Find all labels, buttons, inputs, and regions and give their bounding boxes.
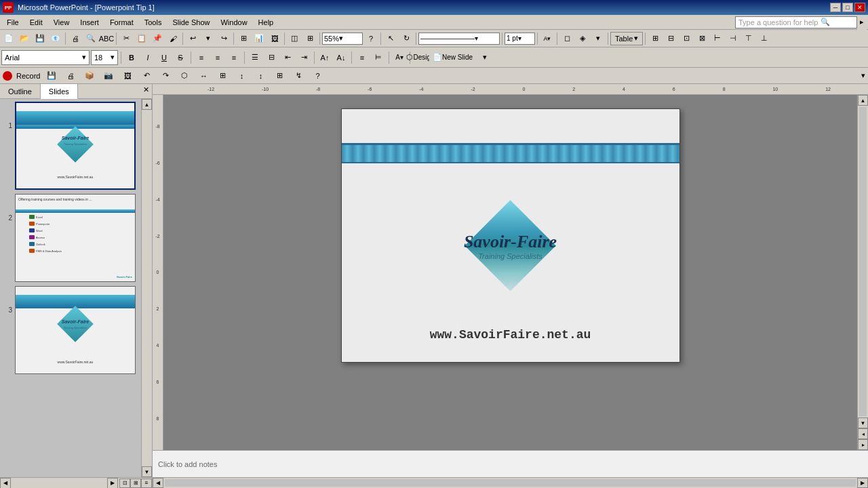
vscroll-prev-slide[interactable]: ◂ xyxy=(858,428,868,439)
scroll-left-btn[interactable]: ◀ xyxy=(0,478,11,489)
menu-view[interactable]: View xyxy=(48,16,75,29)
font-size-selector[interactable]: 18 ▾ xyxy=(91,50,118,65)
align-left-button[interactable]: ≡ xyxy=(194,50,209,65)
numbering-button[interactable]: ⊟ xyxy=(264,50,279,65)
panel-hscroll[interactable]: ◀ ▶ ⊡ ⊞ ≡ xyxy=(0,477,152,488)
print-button[interactable]: 🖨 xyxy=(68,31,83,46)
effects-arrow[interactable]: ▾ xyxy=(591,31,606,46)
menu-file[interactable]: File xyxy=(1,16,24,29)
insert-table[interactable]: ⊞ xyxy=(236,31,251,46)
bold-button[interactable]: B xyxy=(124,50,139,65)
menu-format[interactable]: Format xyxy=(104,16,139,29)
slide-item-3[interactable]: 3 Savoir-Faire Training Specialists www.… xyxy=(3,286,138,374)
copy-button[interactable]: 📋 xyxy=(134,31,149,46)
slide-thumb-2[interactable]: Offering training courses and training v… xyxy=(15,194,136,282)
insert-chart[interactable]: 📊 xyxy=(252,31,267,46)
vscroll-up[interactable]: ▲ xyxy=(858,95,868,106)
rec-btn9[interactable]: ↔ xyxy=(196,68,211,83)
new-button[interactable]: 📄 xyxy=(1,31,16,46)
font-color-button[interactable]: A▾ xyxy=(392,50,407,65)
main-vscrollbar[interactable]: ▲ ▼ ◂ ▸ xyxy=(857,95,868,450)
select-arrow[interactable]: ↖ xyxy=(383,31,398,46)
slide-thumb-3[interactable]: Savoir-Faire Training Specialists www.Sa… xyxy=(15,286,136,374)
redo-button[interactable]: ↪ xyxy=(216,31,231,46)
hscroll-left[interactable]: ◀ xyxy=(153,478,163,488)
paste-button[interactable]: 📌 xyxy=(150,31,165,46)
italic-button[interactable]: I xyxy=(140,50,155,65)
rec-btn1[interactable]: 💾 xyxy=(44,68,59,83)
undo-button[interactable]: ↩ xyxy=(185,31,200,46)
hscroll-thumb[interactable] xyxy=(165,479,856,487)
grid-btn[interactable]: ⊞ xyxy=(302,31,317,46)
outline-view-btn[interactable]: ≡ xyxy=(141,479,152,488)
menu-tools[interactable]: Tools xyxy=(139,16,167,29)
tbl-btn7[interactable]: ⊤ xyxy=(741,31,756,46)
tab-slides[interactable]: Slides xyxy=(41,84,78,99)
normal-view-btn[interactable]: ⊡ xyxy=(119,479,130,488)
rec-btn6[interactable]: ↶ xyxy=(139,68,154,83)
help-question-box[interactable]: Type a question for help 🔍 xyxy=(735,16,857,28)
menu-slideshow[interactable]: Slide Show xyxy=(167,16,215,29)
help-btn[interactable]: ? xyxy=(363,31,378,46)
vscroll-next-slide[interactable]: ▸ xyxy=(858,439,868,450)
panel-scrollbar[interactable]: ▲ ▼ xyxy=(141,99,152,477)
email-button[interactable]: 📧 xyxy=(48,31,63,46)
hscroll-right[interactable]: ▶ xyxy=(857,478,868,488)
text-size-up[interactable]: A↑ xyxy=(317,50,332,65)
col-spacing[interactable]: ⊨ xyxy=(371,50,386,65)
rec-btn2[interactable]: 🖨 xyxy=(63,68,78,83)
slide-thumb-1[interactable]: Savoir-Faire Training Specialists www.Sa… xyxy=(15,102,136,190)
undo-arrow[interactable]: ▾ xyxy=(201,31,216,46)
tbl-btn3[interactable]: ⊡ xyxy=(679,31,694,46)
text-size-down[interactable]: A↓ xyxy=(334,50,349,65)
rec-btn15[interactable]: ? xyxy=(310,68,325,83)
maximize-button[interactable]: □ xyxy=(842,3,853,12)
scroll-up-btn[interactable]: ▲ xyxy=(142,99,152,110)
tab-outline[interactable]: Outline xyxy=(0,84,41,98)
rec-btn13[interactable]: ⊞ xyxy=(272,68,287,83)
scroll-down-btn[interactable]: ▼ xyxy=(142,466,152,477)
line-pt-combo[interactable]: 1 pt ▾ xyxy=(505,33,535,45)
rec-btn11[interactable]: ↕ xyxy=(234,68,249,83)
slide-canvas[interactable]: Savoir-Faire Training Specialists www.Sa… xyxy=(341,108,680,363)
notes-area[interactable]: Click to add notes xyxy=(153,450,868,477)
rec-btn12[interactable]: ↕ xyxy=(253,68,268,83)
format-painter[interactable]: 🖌 xyxy=(165,31,180,46)
tbl-btn5[interactable]: ⊢ xyxy=(710,31,725,46)
align-center-button[interactable]: ≡ xyxy=(210,50,225,65)
main-hscrollbar[interactable]: ◀ ▶ xyxy=(153,477,868,488)
strikethrough-button[interactable]: S xyxy=(173,50,188,65)
record-collapse[interactable]: ▾ xyxy=(861,71,865,80)
slide-item-1[interactable]: 1 Savoir-Faire Training Specialists www.… xyxy=(3,102,138,190)
tbl-btn2[interactable]: ⊟ xyxy=(663,31,678,46)
align-right-button[interactable]: ≡ xyxy=(226,50,241,65)
rec-btn10[interactable]: ⊞ xyxy=(215,68,230,83)
spell-button[interactable]: ABC xyxy=(99,31,114,46)
cut-button[interactable]: ✂ xyxy=(119,31,134,46)
tbl-btn6[interactable]: ⊣ xyxy=(726,31,741,46)
rec-btn8[interactable]: ⬡ xyxy=(177,68,192,83)
shadow-btn[interactable]: ◻ xyxy=(559,31,574,46)
zoom-control[interactable]: 55% ▾ xyxy=(322,33,363,45)
open-button[interactable]: 📂 xyxy=(17,31,32,46)
panel-close-button[interactable]: ✕ xyxy=(140,84,152,98)
close-button[interactable]: ✕ xyxy=(854,3,865,12)
table-button[interactable]: Table ▾ xyxy=(610,32,643,45)
design-button[interactable]: ⬡ Design xyxy=(413,50,428,65)
expand-btn[interactable]: ◫ xyxy=(287,31,302,46)
rotate-btn[interactable]: ↻ xyxy=(399,31,414,46)
vscroll-thumb[interactable] xyxy=(859,107,867,416)
scroll-right-btn[interactable]: ▶ xyxy=(107,478,118,489)
effects-btn[interactable]: ◈ xyxy=(575,31,590,46)
underline-button[interactable]: U xyxy=(157,50,172,65)
minimize-button[interactable]: ─ xyxy=(830,3,841,12)
increase-indent[interactable]: ⇥ xyxy=(296,50,311,65)
rec-btn4[interactable]: 📷 xyxy=(101,68,116,83)
slide-sorter-btn[interactable]: ⊞ xyxy=(130,479,141,488)
line-color-btn[interactable]: A▾ xyxy=(540,31,555,46)
menu-insert[interactable]: Insert xyxy=(75,16,104,29)
rec-btn5[interactable]: 🖼 xyxy=(120,68,135,83)
insert-clip[interactable]: 🖼 xyxy=(267,31,282,46)
line-style-combo[interactable]: ———————— ▾ xyxy=(418,33,500,45)
new-slide-button[interactable]: 📄 New Slide xyxy=(429,50,476,65)
